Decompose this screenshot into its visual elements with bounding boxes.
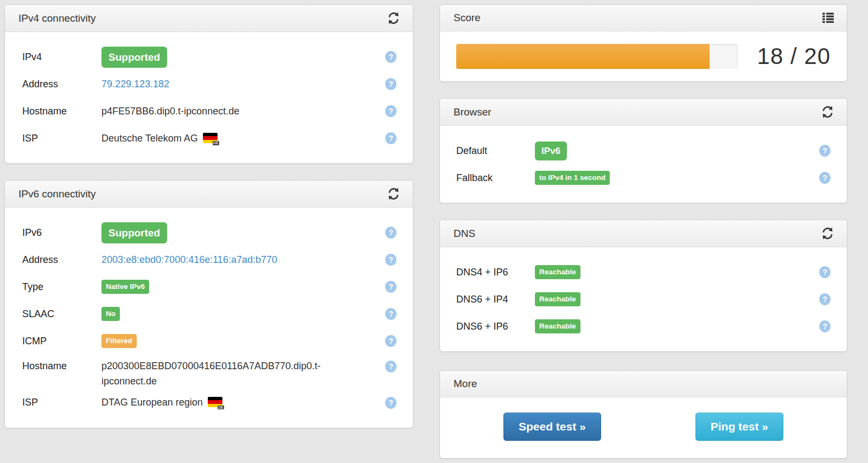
more-panel-body: Speed test » Ping test » <box>440 397 847 458</box>
row-label: Fallback <box>456 172 535 184</box>
row-browser-fallback: Fallback to IPv4 in 1 second ? <box>456 164 831 191</box>
page: IPv4 connectivity IPv4 Supporte <box>4 4 864 459</box>
reachable-badge: Reachable <box>535 292 580 306</box>
row-label: Address <box>22 254 101 266</box>
ipv4-address-link[interactable]: 79.229.123.182 <box>101 79 169 89</box>
score-details-button[interactable] <box>822 12 834 23</box>
panel-more: More Speed test » Ping test » <box>439 370 847 459</box>
row-ipv4-address: Address 79.229.123.182 ? <box>22 70 397 98</box>
ping-test-button[interactable]: Ping test » <box>695 413 783 441</box>
row-label: Address <box>22 79 101 90</box>
refresh-icon <box>821 106 834 118</box>
row-ipv6-icmp: ICMP Filtered ? <box>22 327 397 355</box>
panel-title: Score <box>454 12 481 24</box>
help-icon[interactable]: ? <box>385 308 397 320</box>
refresh-icon <box>387 12 400 24</box>
help-icon[interactable]: ? <box>385 78 397 90</box>
row-label: DNS4 + IP6 <box>456 267 535 278</box>
row-label: ISP <box>22 133 101 144</box>
row-ipv6-status: IPv6 Supported ? <box>22 219 397 246</box>
ipv6-address-link[interactable]: 2003:e8:ebd0:7000:416e:116:a7ad:b770 <box>101 254 277 265</box>
row-ipv6-type: Type Native IPv6 ? <box>22 273 397 300</box>
help-icon[interactable]: ? <box>385 132 397 144</box>
help-icon[interactable]: ? <box>385 281 397 293</box>
help-icon[interactable]: ? <box>385 254 397 266</box>
row-ipv6-isp: ISP DTAG European regionDE ? <box>22 389 397 416</box>
row-ipv6-address: Address 2003:e8:ebd0:7000:416e:116:a7ad:… <box>22 246 397 273</box>
row-label: ISP <box>22 397 101 408</box>
help-icon[interactable]: ? <box>385 361 397 372</box>
score-text: 18 / 20 <box>757 43 831 69</box>
default-badge: IPv6 <box>535 142 567 160</box>
panel-title: DNS <box>454 228 475 240</box>
panel-ipv6-connectivity: IPv6 connectivity IPv6 Supporte <box>4 180 413 428</box>
row-label: DNS6 + IP6 <box>456 321 535 332</box>
help-icon[interactable]: ? <box>819 320 831 332</box>
panel-ipv4-connectivity: IPv4 connectivity IPv4 Supporte <box>4 4 413 164</box>
row-ipv4-isp: ISP Deutsche Telekom AGDE ? <box>22 125 397 152</box>
refresh-button[interactable] <box>821 106 834 118</box>
help-icon[interactable]: ? <box>385 51 397 63</box>
icmp-badge: Filtered <box>101 334 137 348</box>
germany-flag-icon: DE <box>208 397 222 407</box>
row-ipv6-slaac: SLAAC No ? <box>22 300 397 327</box>
panel-title: More <box>454 378 477 390</box>
row-ipv6-hostname: Hostname p200300E8EBD07000416E0116A7ADB7… <box>22 355 397 389</box>
status-badge: Supported <box>101 47 167 68</box>
slaac-badge: No <box>101 307 120 321</box>
score-progress-track <box>456 44 738 69</box>
row-dns4-ip6: DNS4 + IP6 Reachable ? <box>456 259 831 286</box>
row-label: Default <box>456 145 535 157</box>
help-icon[interactable]: ? <box>385 397 397 409</box>
germany-flag-icon: DE <box>203 133 218 143</box>
help-icon[interactable]: ? <box>819 145 831 157</box>
ipv4-panel-header: IPv4 connectivity <box>5 5 413 32</box>
help-icon[interactable]: ? <box>819 293 831 305</box>
right-column: Score 18 / 20 <box>439 4 847 459</box>
refresh-button[interactable] <box>387 188 400 200</box>
row-label: IPv4 <box>22 52 101 63</box>
reachable-badge: Reachable <box>535 319 580 333</box>
hostname-value: p4FE57BB6.dip0.t-ipconnect.de <box>101 106 385 117</box>
status-badge: Supported <box>101 222 167 243</box>
more-panel-header: More <box>440 371 847 397</box>
score-panel-header: Score <box>440 5 847 31</box>
panel-browser: Browser Default IPv6 <box>439 98 847 203</box>
row-ipv4-hostname: Hostname p4FE57BB6.dip0.t-ipconnect.de ? <box>22 98 397 125</box>
row-ipv4-status: IPv4 Supported ? <box>22 43 397 70</box>
help-icon[interactable]: ? <box>385 227 397 239</box>
refresh-button[interactable] <box>821 227 834 240</box>
row-label: SLAAC <box>22 308 101 320</box>
left-column: IPv4 connectivity IPv4 Supporte <box>4 4 413 459</box>
refresh-button[interactable] <box>387 12 400 24</box>
browser-panel-body: Default IPv6 ? Fallback to IPv4 in 1 sec… <box>440 126 847 203</box>
help-icon[interactable]: ? <box>819 172 831 184</box>
panel-score: Score 18 / 20 <box>439 4 847 82</box>
reachable-badge: Reachable <box>535 265 580 279</box>
help-icon[interactable]: ? <box>385 335 397 347</box>
row-label: DNS6 + IP4 <box>456 294 535 305</box>
row-browser-default: Default IPv6 ? <box>456 137 831 164</box>
score-panel-body: 18 / 20 <box>440 31 847 81</box>
row-label: Hostname <box>22 359 101 372</box>
help-icon[interactable]: ? <box>819 266 831 278</box>
dns-panel-body: DNS4 + IP6 Reachable ? DNS6 + IP4 Reacha… <box>440 247 847 351</box>
row-dns6-ip6: DNS6 + IP6 Reachable ? <box>456 313 831 340</box>
isp-value: DTAG European regionDE <box>101 397 385 408</box>
row-label: IPv6 <box>22 227 101 239</box>
row-label: Type <box>22 281 101 293</box>
list-icon <box>822 12 834 23</box>
row-label: Hostname <box>22 106 101 117</box>
help-icon[interactable]: ? <box>385 105 397 117</box>
dns-panel-header: DNS <box>440 220 847 247</box>
row-label: ICMP <box>22 336 101 347</box>
ipv6-panel-body: IPv6 Supported ? Address 2003:e8:ebd0:70… <box>5 208 413 428</box>
score-progress-fill <box>456 44 710 69</box>
row-dns6-ip4: DNS6 + IP4 Reachable ? <box>456 286 831 313</box>
panel-title: Browser <box>454 106 492 118</box>
speed-test-button[interactable]: Speed test » <box>503 413 601 441</box>
refresh-icon <box>821 227 834 240</box>
type-badge: Native IPv6 <box>101 280 149 294</box>
hostname-value: p200300E8EBD07000416E0116A7ADB770.dip0.t… <box>101 359 358 389</box>
panel-title: IPv6 connectivity <box>18 188 96 200</box>
